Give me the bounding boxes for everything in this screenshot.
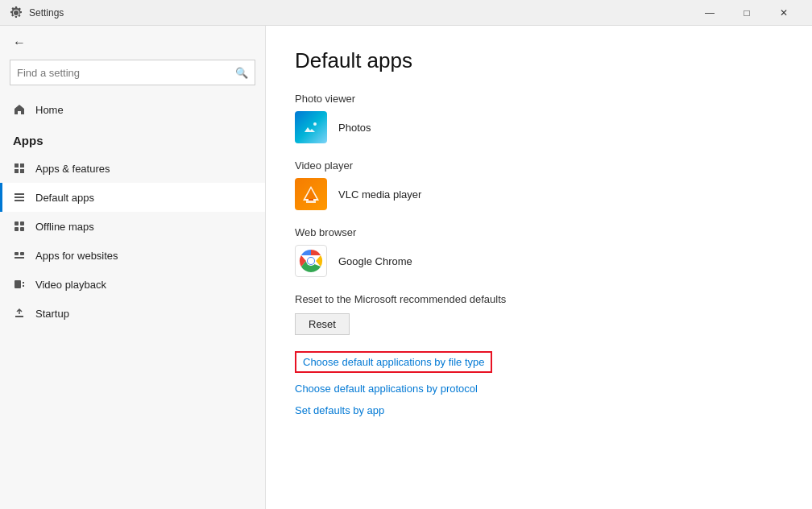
vlc-app-name: VLC media player [338,188,421,201]
sidebar-item-label: Apps & features [35,163,110,175]
video-player-label: Video player [295,159,783,172]
svg-rect-8 [20,221,24,226]
back-arrow-icon[interactable]: ← [13,35,26,50]
file-type-link[interactable]: Choose default applications by file type [295,351,492,373]
reset-label: Reset to the Microsoft recommended defau… [295,293,783,305]
apps-features-icon [13,162,26,175]
offline-maps-icon [13,220,26,233]
sidebar-item-default-apps[interactable]: Default apps [0,183,265,212]
protocol-link[interactable]: Choose default applications by protocol [295,383,783,395]
photo-viewer-app[interactable]: Photos [295,111,783,143]
svg-rect-11 [14,252,19,255]
photos-icon [295,111,327,143]
svg-rect-5 [14,197,24,198]
photo-viewer-label: Photo viewer [295,93,783,105]
photos-app-name: Photos [338,122,371,134]
svg-rect-16 [23,285,24,287]
svg-rect-6 [14,200,24,201]
svg-rect-17 [15,316,23,317]
page-title: Default apps [295,48,783,73]
reset-button[interactable]: Reset [295,313,350,335]
video-playback-icon [13,278,26,291]
home-icon [13,103,26,116]
content-area: ← 🔍 Home Apps [0,26,812,509]
svg-rect-9 [14,227,19,231]
chrome-app-name: Google Chrome [338,255,412,267]
video-player-app[interactable]: VLC media player [295,178,783,210]
search-box[interactable]: 🔍 [10,60,255,85]
svg-rect-3 [20,169,24,173]
svg-rect-15 [23,282,24,283]
links-section: Choose default applications by file type… [295,351,783,416]
video-player-section: Video player VLC media player [295,159,783,210]
sidebar: ← 🔍 Home Apps [0,26,266,509]
sidebar-item-apps-websites[interactable]: Apps for websites [0,241,265,270]
maximize-button[interactable]: □ [728,0,765,26]
reset-section: Reset to the Microsoft recommended defau… [295,293,783,335]
sidebar-item-label: Startup [35,308,69,320]
sidebar-item-label: Default apps [35,192,94,204]
sidebar-item-label: Video playback [35,279,106,291]
close-button[interactable]: ✕ [765,0,802,26]
titlebar-left: Settings [10,6,64,19]
svg-rect-22 [309,199,313,201]
chrome-icon [295,245,327,277]
svg-rect-4 [14,193,24,195]
svg-rect-20 [306,201,316,203]
web-browser-label: Web browser [295,226,783,238]
minimize-button[interactable]: — [691,0,728,26]
sidebar-item-startup[interactable]: Startup [0,299,265,328]
sidebar-item-label: Offline maps [35,221,94,233]
search-icon: 🔍 [235,67,248,79]
svg-rect-10 [20,227,24,231]
window-title: Settings [29,7,64,19]
svg-rect-13 [14,257,24,259]
vlc-icon [295,178,327,210]
web-browser-section: Web browser [295,226,783,277]
sidebar-item-offline-maps[interactable]: Offline maps [0,212,265,241]
settings-icon [10,6,23,19]
svg-rect-12 [20,252,24,255]
search-input[interactable] [17,67,235,79]
svg-rect-7 [14,221,19,226]
back-nav[interactable]: ← [0,26,265,60]
set-defaults-link[interactable]: Set defaults by app [295,404,783,416]
svg-rect-0 [14,163,19,168]
web-browser-app[interactable]: Google Chrome [295,245,783,277]
sidebar-item-apps-features[interactable]: Apps & features [0,154,265,183]
startup-icon [13,307,26,320]
sidebar-item-label: Apps for websites [35,250,118,262]
apps-websites-icon [13,249,26,262]
svg-point-18 [313,122,317,126]
svg-rect-2 [14,169,19,173]
main-content: Default apps Photo viewer Photos [266,26,812,509]
titlebar: Settings — □ ✕ [0,0,812,26]
sidebar-item-home[interactable]: Home [0,95,265,124]
svg-rect-1 [20,163,24,168]
settings-window: Settings — □ ✕ ← 🔍 [0,0,812,509]
photo-viewer-section: Photo viewer Photos [295,93,783,143]
svg-point-26 [308,258,314,264]
default-apps-icon [13,191,26,204]
sidebar-item-video-playback[interactable]: Video playback [0,270,265,299]
svg-rect-14 [14,280,21,288]
sidebar-section-title: Apps [0,124,265,154]
titlebar-controls: — □ ✕ [691,0,802,26]
sidebar-item-label-home: Home [35,104,64,116]
